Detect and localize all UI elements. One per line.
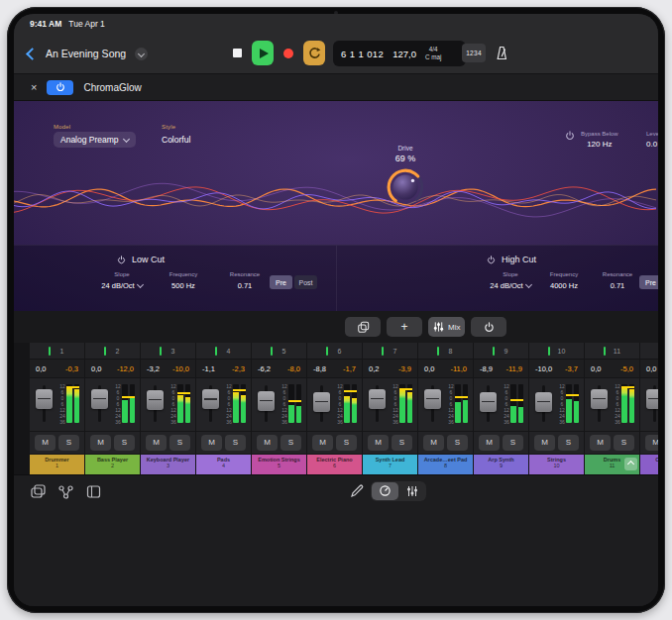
high-cut-frequency[interactable]: Frequency 4000 Hz [539, 271, 589, 290]
mixer-power-button[interactable] [471, 317, 506, 337]
mute-button[interactable]: M [645, 435, 658, 451]
track-header-cell[interactable]: 11 [585, 343, 639, 360]
track-header-cell[interactable]: 8 [418, 343, 473, 360]
mute-button[interactable]: M [534, 435, 555, 451]
track-header-cell[interactable]: 5 [252, 343, 306, 360]
controls-view-button[interactable] [372, 482, 398, 500]
add-track-button[interactable]: + [387, 317, 422, 337]
track-name-band[interactable]: Pads 4 [196, 455, 251, 474]
high-cut-power-icon[interactable] [487, 256, 496, 264]
record-button[interactable] [278, 41, 299, 65]
lcd-display[interactable]: 6 1 1 012 127,0 4/4 C maj [333, 41, 466, 66]
volume-fader[interactable] [424, 389, 441, 409]
solo-button[interactable]: S [114, 435, 135, 451]
volume-fader[interactable] [591, 389, 608, 409]
low-cut-post-button[interactable]: Post [294, 275, 317, 289]
volume-fader[interactable] [646, 389, 658, 409]
solo-button[interactable]: S [336, 435, 357, 451]
solo-button[interactable]: S [58, 435, 79, 451]
high-cut-slope[interactable]: Slope 24 dB/Oct [486, 271, 535, 290]
track-name-band[interactable]: Drums 11 [585, 455, 639, 474]
style-control[interactable]: Style Colorful [162, 124, 190, 145]
bypass-below-control[interactable]: Bypass Below 120 Hz [565, 131, 618, 149]
solo-button[interactable]: S [169, 435, 190, 451]
inspector-button[interactable] [85, 483, 102, 504]
volume-fader[interactable] [202, 389, 219, 409]
solo-button[interactable]: S [503, 435, 523, 451]
mute-button[interactable]: M [35, 435, 56, 451]
mute-button[interactable]: M [90, 435, 111, 451]
mute-button[interactable]: M [423, 435, 444, 451]
track-name-band[interactable]: Arcade…eet Pad 8 [418, 455, 473, 474]
mute-button[interactable]: M [312, 435, 333, 451]
high-cut-pre-button[interactable]: Pre [639, 275, 658, 289]
track-name-band[interactable]: Strings 10 [529, 455, 584, 474]
track-name-number: 10 [529, 463, 584, 468]
stack-collapse-button[interactable] [624, 458, 637, 470]
count-in-button[interactable]: 1234 [462, 44, 486, 62]
mute-button[interactable]: M [590, 435, 611, 451]
volume-fader[interactable] [147, 390, 164, 410]
cycle-button[interactable] [303, 41, 325, 65]
high-cut-resonance[interactable]: Resonance 0.71 [593, 271, 642, 290]
track-header-cell[interactable]: 7 [363, 343, 417, 360]
close-plugin-button[interactable]: × [31, 82, 37, 93]
volume-fader[interactable] [36, 389, 53, 409]
low-cut-frequency[interactable]: Frequency 500 Hz [159, 271, 208, 290]
solo-button[interactable]: S [225, 435, 246, 451]
low-cut-slope[interactable]: Slope 24 dB/Oct [97, 271, 147, 290]
mute-button[interactable]: M [201, 435, 222, 451]
mix-view-button[interactable]: Mix [428, 317, 465, 337]
track-name-band[interactable]: Emotion Strings 5 [252, 455, 306, 474]
play-button[interactable] [252, 41, 274, 65]
volume-fader[interactable] [258, 391, 275, 411]
song-title[interactable]: An Evening Song [46, 48, 126, 59]
back-chevron-icon[interactable] [26, 48, 39, 60]
duplicate-button[interactable] [345, 317, 381, 337]
track-header-cell[interactable]: 3 [141, 343, 195, 360]
mute-button[interactable]: M [479, 435, 500, 451]
solo-button[interactable]: S [447, 435, 468, 451]
track-name-band[interactable]: Arp Synth 9 [474, 455, 528, 474]
track-header-cell[interactable]: 9 [474, 343, 528, 360]
low-cut-pre-button[interactable]: Pre [270, 275, 292, 289]
track-header-cell[interactable]: 4 [196, 343, 251, 360]
low-cut-resonance[interactable]: Resonance 0.71 [220, 271, 270, 290]
routing-button[interactable] [57, 483, 74, 504]
track-header-cell[interactable]: 10 [529, 343, 584, 360]
solo-button[interactable]: S [614, 435, 634, 451]
volume-fader[interactable] [480, 392, 497, 412]
mute-button[interactable]: M [368, 435, 389, 451]
track-name-band[interactable]: Keyboard Player 3 [141, 455, 195, 474]
mute-button[interactable]: M [257, 435, 278, 451]
mute-button[interactable]: M [146, 435, 167, 451]
track-name-band[interactable]: Chorus V 12 [640, 455, 658, 474]
volume-fader[interactable] [91, 389, 108, 409]
drive-knob[interactable] [385, 166, 426, 208]
mixer-view-button[interactable] [398, 482, 425, 500]
peak-value: -2,3 [232, 364, 245, 373]
browser-button[interactable] [30, 483, 47, 504]
song-menu-button[interactable] [135, 48, 148, 60]
volume-fader[interactable] [369, 389, 386, 409]
track-header-cell[interactable]: 12 [640, 343, 658, 360]
volume-fader[interactable] [535, 392, 552, 412]
plugin-power-button[interactable] [47, 80, 73, 95]
edit-mode-button[interactable] [349, 483, 365, 503]
model-dropdown[interactable]: Analog Preamp [54, 132, 136, 148]
solo-button[interactable]: S [558, 435, 579, 451]
level-control[interactable]: Level 0.0 [646, 131, 658, 149]
track-name-band[interactable]: Electric Piano 6 [307, 455, 362, 474]
metronome-button[interactable] [492, 43, 511, 62]
track-name-band[interactable]: Bass Player 2 [85, 455, 140, 474]
track-header-cell[interactable]: 2 [85, 343, 140, 360]
track-name-band[interactable]: Drummer 1 [30, 455, 84, 474]
solo-button[interactable]: S [392, 435, 412, 451]
track-header-cell[interactable]: 1 [30, 343, 84, 360]
stop-button[interactable] [226, 41, 248, 65]
solo-button[interactable]: S [280, 435, 301, 451]
track-name-band[interactable]: Synth Lead 7 [363, 455, 417, 474]
low-cut-power-icon[interactable] [117, 256, 126, 264]
track-header-cell[interactable]: 6 [307, 343, 362, 360]
volume-fader[interactable] [313, 392, 330, 412]
